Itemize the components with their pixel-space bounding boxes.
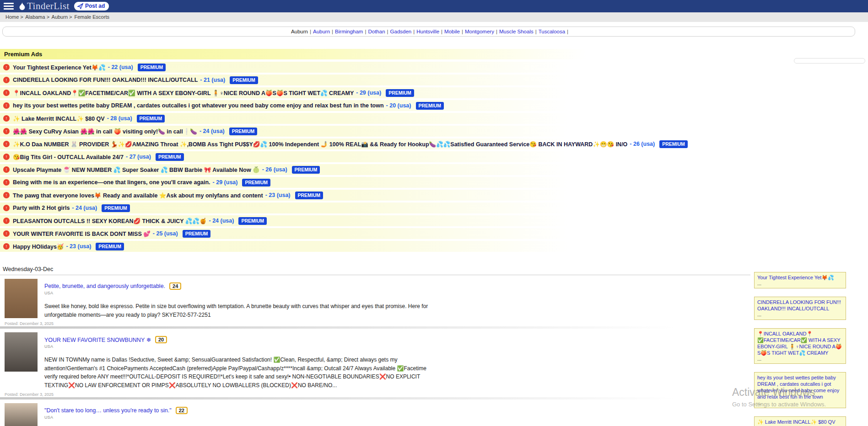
premium-badge: PREMIUM	[386, 89, 414, 97]
premium-ad-row[interactable]: ↑ hey its your best wettes petite baby D…	[0, 100, 618, 111]
premium-ad-age: - 25 (usa)	[153, 230, 178, 237]
listing-title-link[interactable]: YOUR NEW FAVORITE SNOWBUNNY ❄	[44, 336, 151, 343]
hamburger-menu-icon[interactable]	[4, 3, 14, 10]
breadcrumb-item[interactable]: Female Escorts	[75, 14, 109, 20]
city-link[interactable]: Huntsville	[416, 29, 439, 34]
premium-ad-title[interactable]: CINDERELLA LOOKING FOR FUN!!! OAKLAND!!!…	[13, 77, 198, 83]
premium-ad-age: - 24 (usa)	[199, 128, 225, 134]
premium-ad-row[interactable]: ↑ 📍INCALL OAKLAND📍✅FACETIME/CAR✅ WITH A …	[0, 87, 618, 98]
premium-ad-title[interactable]: YOUR WINTER FAVORITE IS BACK DONT MISS 💕	[13, 230, 151, 237]
up-arrow-icon: ↑	[3, 115, 10, 122]
city-link[interactable]: Auburn	[291, 29, 308, 34]
listing-description: Sweet like honey, bold like espresso. Pe…	[44, 302, 430, 319]
premium-ad-title[interactable]: ✨ Lake Merritt INCALL✨ $80 QV	[13, 115, 105, 122]
premium-ad-title[interactable]: Being with me is an experience—one that …	[13, 179, 210, 186]
premium-ad-row[interactable]: ↑ Your Tightest Experience Yet🦊💦 - 22 (u…	[0, 62, 618, 73]
premium-ad-age: - 29 (usa)	[356, 90, 381, 96]
premium-ad-row[interactable]: ↑ The pawg that everyone loves🦊 Ready an…	[0, 190, 618, 201]
premium-ad-row[interactable]: ↑ ✨ Lake Merritt INCALL✨ $80 QV - 28 (us…	[0, 113, 618, 124]
premium-ad-title[interactable]: ✨K.O Daa NUMBER 🐰 PROVIDER 💃✨💋AMAZING Th…	[13, 141, 627, 148]
premium-ad-age: - 24 (usa)	[72, 205, 97, 211]
sidebar-ad-title[interactable]: CINDERELLA LOOKING FOR FUN!!! OAKLAND!!!…	[757, 299, 843, 312]
sidebar-premium-box[interactable]: CINDERELLA LOOKING FOR FUN!!! OAKLAND!!!…	[754, 297, 846, 320]
up-arrow-icon: ↑	[3, 90, 10, 96]
premium-badge: PREMIUM	[416, 102, 444, 110]
premium-ad-title[interactable]: Happy HOlidays🥳	[13, 243, 64, 250]
city-link[interactable]: Birmingham	[335, 29, 363, 34]
city-link[interactable]: Montgomery	[465, 29, 494, 34]
listing-thumbnail[interactable]	[5, 403, 38, 426]
premium-ad-title[interactable]: Party with 2 Hot girls	[13, 205, 70, 211]
premium-ad-row[interactable]: ↑ Being with me is an experience—one tha…	[0, 177, 618, 188]
site-logo[interactable]: TinderList	[18, 0, 70, 12]
listing-thumbnail[interactable]	[5, 332, 38, 372]
premium-ad-title[interactable]: hey its your best wettes petite baby DRE…	[13, 102, 384, 109]
premium-ad-row[interactable]: ↑ ✨K.O Daa NUMBER 🐰 PROVIDER 💃✨💋AMAZING …	[0, 138, 618, 149]
premium-ads-heading: Premium Ads	[0, 49, 618, 59]
premium-ad-title[interactable]: 🌺🌺 Sexy CuRvy Asian 🌺🌺 in call 🍑 visitin…	[13, 128, 197, 135]
premium-ad-row[interactable]: ↑ 🌺🌺 Sexy CuRvy Asian 🌺🌺 in call 🍑 visit…	[0, 126, 618, 137]
up-arrow-icon: ↑	[3, 77, 10, 83]
breadcrumb-item[interactable]: Home	[5, 14, 19, 20]
premium-ad-title[interactable]: PLEASANTON OUTCALLS !! SEXY KOREAN💋 THIC…	[13, 218, 207, 224]
premium-ad-row[interactable]: ↑ PLEASANTON OUTCALLS !! SEXY KOREAN💋 TH…	[0, 215, 618, 226]
up-arrow-icon: ↑	[3, 179, 10, 186]
post-ad-button[interactable]: Post ad	[74, 2, 109, 11]
city-link[interactable]: Gadsden	[390, 29, 412, 34]
premium-ad-title[interactable]: Your Tightest Experience Yet🦊💦	[13, 64, 106, 71]
premium-ad-row[interactable]: ↑ Party with 2 Hot girls - 24 (usa) PREM…	[0, 202, 618, 213]
breadcrumb: Home> Alabama> Auburn> Female Escorts	[0, 12, 868, 22]
premium-badge: PREMIUM	[242, 179, 270, 186]
sidebar-premium-box[interactable]: ✨ Lake Merritt INCALL✨ $80 QV ...	[754, 416, 846, 426]
city-link[interactable]: Auburn	[313, 29, 330, 34]
premium-ad-title[interactable]: The pawg that everyone loves🦊 Ready and …	[13, 192, 263, 199]
breadcrumb-item[interactable]: Alabama	[25, 14, 45, 20]
sidebar-ad-title[interactable]: 📍INCALL OAKLAND📍 ✅FACETIME/CAR✅ WITH A S…	[757, 330, 843, 356]
premium-ad-age: - 26 (usa)	[262, 166, 287, 173]
city-link[interactable]: Dothan	[368, 29, 385, 34]
breadcrumb-separator: >	[47, 14, 49, 20]
premium-ad-title[interactable]: Upscale Playmate 🍧 NEW NUMBER 💦 Super So…	[13, 166, 260, 173]
listing-title-link[interactable]: Petite, brunette, and dangerously unforg…	[44, 283, 165, 289]
sidebar-premium-box[interactable]: hey its your best wettes petite baby DRE…	[754, 372, 846, 408]
premium-ad-row[interactable]: ↑ 😘Big Tits Girl - OUTCALL Available 24/…	[0, 151, 618, 162]
premium-ad-age: - 29 (usa)	[213, 179, 238, 186]
sidebar-premium-box[interactable]: 📍INCALL OAKLAND📍 ✅FACETIME/CAR✅ WITH A S…	[754, 328, 846, 364]
sidebar-premium-box[interactable]: Your Tightest Experience Yet🦊💦 ...	[754, 272, 846, 288]
premium-badge: PREMIUM	[137, 115, 165, 122]
sidebar-ad-more: ...	[757, 281, 843, 287]
city-link[interactable]: Tuscaloosa	[539, 29, 565, 34]
listing-posted-date: Posted: December 3, 2025	[5, 321, 54, 326]
premium-ad-title[interactable]: 😘Big Tits Girl - OUTCALL Available 24/7	[13, 154, 124, 160]
premium-ad-row[interactable]: ↑ CINDERELLA LOOKING FOR FUN!!! OAKLAND!…	[0, 75, 618, 85]
up-arrow-icon: ↑	[3, 230, 10, 237]
listing-title-link[interactable]: "Don't stare too long… unless you're rea…	[44, 407, 172, 414]
listing-row: Petite, brunette, and dangerously unforg…	[0, 275, 750, 326]
city-link[interactable]: Muscle Shoals	[499, 29, 534, 34]
listing-description: NEW IN TOWNMy name is Dallas !Seductive,…	[44, 356, 430, 389]
up-arrow-icon: ↑	[3, 192, 10, 198]
premium-badge: PREMIUM	[230, 76, 258, 84]
listing-posted-date: Posted: December 3, 2025	[5, 392, 54, 397]
premium-ad-row[interactable]: ↑ Happy HOlidays🥳 - 23 (usa) PREMIUM	[0, 241, 618, 252]
premium-badge: PREMIUM	[292, 166, 320, 174]
top-navigation-bar: TinderList Post ad	[0, 0, 868, 12]
sidebar-ad-title[interactable]: ✨ Lake Merritt INCALL✨ $80 QV	[757, 419, 843, 425]
premium-ad-title[interactable]: 📍INCALL OAKLAND📍✅FACETIME/CAR✅ WITH A SE…	[13, 90, 354, 96]
listing-thumbnail[interactable]	[5, 279, 38, 318]
up-arrow-icon: ↑	[3, 166, 10, 173]
city-separator: |	[365, 29, 366, 34]
city-link[interactable]: Mobile	[444, 29, 460, 34]
premium-badge: PREMIUM	[96, 243, 124, 250]
premium-ad-row[interactable]: ↑ Upscale Playmate 🍧 NEW NUMBER 💦 Super …	[0, 164, 618, 175]
city-separator: |	[496, 29, 497, 34]
premium-ad-age: - 20 (usa)	[386, 102, 411, 109]
premium-ad-age: - 21 (usa)	[200, 77, 225, 83]
listing-row: YOUR NEW FAVORITE SNOWBUNNY ❄ 20 USA NEW…	[0, 329, 750, 397]
city-separator: |	[387, 29, 388, 34]
breadcrumb-item[interactable]: Auburn	[52, 14, 68, 20]
premium-ad-age: - 22 (usa)	[108, 64, 133, 70]
sidebar-ad-title[interactable]: Your Tightest Experience Yet🦊💦	[757, 274, 843, 281]
sidebar-ad-title[interactable]: hey its your best wettes petite baby DRE…	[757, 374, 843, 400]
premium-ad-row[interactable]: ↑ YOUR WINTER FAVORITE IS BACK DONT MISS…	[0, 228, 618, 239]
